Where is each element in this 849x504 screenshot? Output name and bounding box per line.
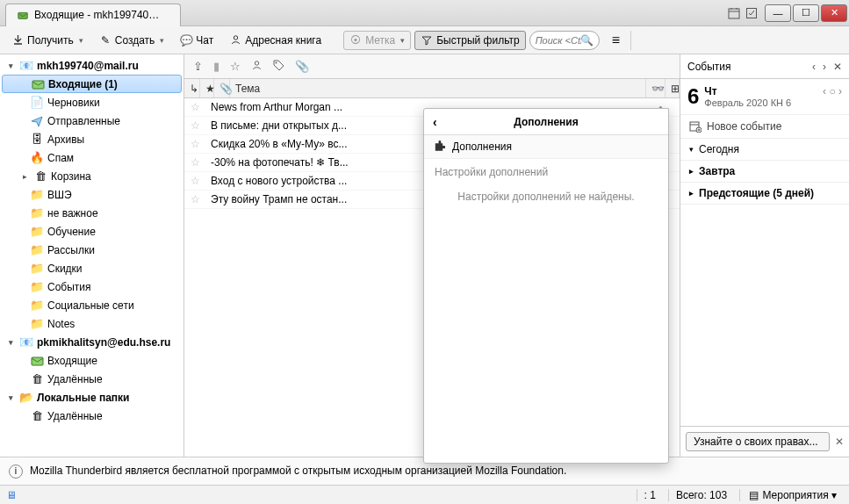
rights-button[interactable]: Узнайте о своих правах... bbox=[686, 432, 830, 451]
chevron-down-icon[interactable]: ▾ bbox=[400, 36, 405, 45]
events-panel: События ‹ › ✕ 6 Чт ‹ ○ › Февраль 2020 КН… bbox=[680, 54, 849, 457]
star-icon[interactable]: ☆ bbox=[184, 175, 205, 187]
minimize-button[interactable]: — bbox=[765, 4, 791, 22]
star-icon[interactable]: ☆ bbox=[184, 119, 205, 132]
folder-inbox[interactable]: Входящие (1) bbox=[2, 75, 182, 93]
folder-deleted[interactable]: 🗑Удалённые bbox=[0, 370, 183, 388]
agenda-toggle[interactable]: ▤ Мероприятия ▾ bbox=[739, 489, 844, 501]
app-menu-button[interactable]: ≡ bbox=[607, 31, 625, 50]
folder-generic[interactable]: 📁ВШЭ bbox=[0, 185, 183, 204]
tag-button[interactable]: ⦿ Метка▾ bbox=[343, 31, 411, 50]
download-icon bbox=[11, 34, 24, 47]
chat-button[interactable]: 💬 Чат bbox=[174, 31, 219, 50]
online-status-icon[interactable]: 🖥 bbox=[5, 489, 18, 501]
trash-icon: 🗑 bbox=[33, 169, 47, 184]
day-number: 6 bbox=[687, 84, 699, 109]
col-read[interactable]: 👓 bbox=[646, 79, 666, 97]
chevron-right-icon: ▸ bbox=[689, 189, 694, 198]
unread-filter-icon[interactable]: ▮ bbox=[213, 60, 219, 73]
quick-filter-bar: ⇪ ▮ ☆ 📎 bbox=[184, 54, 680, 79]
window-tab[interactable]: Входящие - mkh199740@mail.r bbox=[5, 4, 181, 26]
col-picker[interactable]: ⊞ bbox=[666, 79, 680, 97]
star-icon[interactable]: ☆ bbox=[184, 156, 205, 169]
close-button[interactable]: ✕ bbox=[821, 4, 847, 22]
col-subject[interactable]: Тема bbox=[230, 79, 646, 97]
inbox-icon bbox=[31, 77, 45, 91]
maximize-button[interactable]: ☐ bbox=[793, 4, 819, 22]
pin-icon[interactable]: ⇪ bbox=[193, 60, 203, 73]
calendar-icon[interactable] bbox=[728, 7, 740, 19]
drafts-icon: 📄 bbox=[30, 96, 44, 110]
new-event-icon bbox=[689, 120, 702, 133]
svg-point-10 bbox=[276, 61, 277, 63]
folder-icon: 📁 bbox=[30, 243, 44, 257]
new-event-button[interactable]: Новое событие bbox=[680, 115, 849, 139]
folder-generic[interactable]: 📁Рассылки bbox=[0, 241, 183, 259]
inbox-icon bbox=[30, 354, 44, 368]
next-button[interactable]: › bbox=[823, 61, 826, 73]
folder-generic[interactable]: 📁События bbox=[0, 277, 183, 296]
events-title: События bbox=[687, 61, 731, 73]
chevron-down-icon[interactable]: ▾ bbox=[79, 36, 83, 45]
star-icon[interactable]: ☆ bbox=[184, 101, 205, 113]
tag-filter-icon[interactable] bbox=[273, 60, 284, 74]
addressbook-button[interactable]: Адресная книга bbox=[223, 31, 327, 50]
get-mail-button[interactable]: Получить▾ bbox=[5, 31, 90, 50]
svg-rect-0 bbox=[18, 12, 28, 18]
close-events-button[interactable]: ✕ bbox=[833, 61, 842, 73]
search-icon: 🔍 bbox=[581, 34, 594, 47]
twisty-icon[interactable]: ▾ bbox=[5, 338, 16, 347]
folder-generic[interactable]: 📁Социальные сети bbox=[0, 296, 183, 314]
upcoming-section[interactable]: ▸Предстоящие (5 дней) bbox=[680, 183, 849, 205]
tomorrow-section[interactable]: ▸Завтра bbox=[680, 161, 849, 183]
folder-archives[interactable]: 🗄Архивы bbox=[0, 130, 183, 148]
folder-generic[interactable]: 📁Обучение bbox=[0, 222, 183, 241]
back-button[interactable]: ‹ bbox=[433, 115, 437, 129]
twisty-icon[interactable]: ▾ bbox=[5, 393, 16, 402]
quick-filter-button[interactable]: Быстрый фильтр bbox=[414, 31, 525, 50]
prev-button[interactable]: ‹ bbox=[812, 61, 816, 73]
local-folders-row[interactable]: ▾ 📂 Локальные папки bbox=[0, 388, 183, 407]
folder-generic[interactable]: 📁не важное bbox=[0, 204, 183, 222]
col-star[interactable]: ★ bbox=[200, 79, 214, 97]
chevron-down-icon[interactable]: ▾ bbox=[160, 36, 164, 45]
mail-account-icon: 📧 bbox=[19, 59, 33, 73]
folder-deleted[interactable]: 🗑Удалённые bbox=[0, 407, 183, 425]
info-icon: i bbox=[9, 464, 23, 479]
folder-icon: 📁 bbox=[30, 280, 44, 294]
svg-point-6 bbox=[234, 36, 237, 40]
folder-generic[interactable]: 📁Notes bbox=[0, 314, 183, 333]
folder-inbox[interactable]: Входящие bbox=[0, 351, 183, 370]
star-icon[interactable]: ☆ bbox=[184, 138, 205, 150]
tasks-icon[interactable] bbox=[745, 7, 758, 19]
account-row[interactable]: ▾ 📧 mkh199740@mail.ru bbox=[0, 56, 183, 75]
global-search[interactable]: 🔍 bbox=[529, 31, 600, 50]
folder-trash[interactable]: ▸🗑Корзина bbox=[0, 167, 183, 185]
contact-filter-icon[interactable] bbox=[251, 60, 263, 74]
col-thread[interactable]: ↳ bbox=[184, 79, 200, 97]
agenda-icon: ▤ bbox=[747, 489, 759, 501]
today-section[interactable]: ▾Сегодня bbox=[680, 139, 849, 161]
attachment-filter-icon[interactable]: 📎 bbox=[295, 60, 309, 73]
create-button[interactable]: ✎ Создать▾ bbox=[93, 31, 171, 50]
col-attachment[interactable]: 📎 bbox=[214, 79, 230, 97]
folder-spam[interactable]: 🔥Спам bbox=[0, 148, 183, 167]
folder-drafts[interactable]: 📄Черновики bbox=[0, 93, 183, 112]
folder-generic[interactable]: 📁Скидки bbox=[0, 259, 183, 277]
star-filter-icon[interactable]: ☆ bbox=[230, 60, 241, 73]
star-icon[interactable]: ☆ bbox=[184, 193, 205, 205]
day-of-week: Чт bbox=[704, 85, 716, 97]
folder-icon: 📁 bbox=[30, 317, 44, 331]
twisty-icon[interactable]: ▾ bbox=[5, 61, 16, 70]
close-icon[interactable]: ✕ bbox=[835, 436, 844, 448]
unread-count: : 1 bbox=[637, 489, 663, 501]
trash-icon: 🗑 bbox=[30, 409, 44, 423]
account-row[interactable]: ▾ 📧 pkmikhalitsyn@edu.hse.ru bbox=[0, 333, 183, 351]
folder-icon: 📁 bbox=[30, 188, 44, 202]
search-input[interactable] bbox=[536, 35, 581, 46]
twisty-icon[interactable]: ▸ bbox=[19, 172, 30, 181]
folder-sent[interactable]: Отправленные bbox=[0, 112, 183, 130]
folder-icon: 📁 bbox=[30, 225, 44, 239]
main-toolbar: Получить▾ ✎ Создать▾ 💬 Чат Адресная книг… bbox=[0, 26, 849, 54]
popup-addons-row[interactable]: Дополнения bbox=[424, 135, 668, 159]
